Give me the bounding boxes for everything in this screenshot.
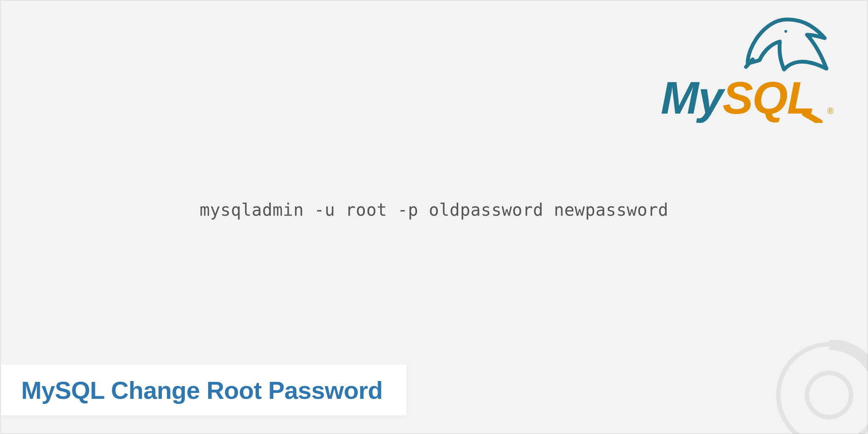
svg-point-3 — [807, 373, 851, 417]
registered-mark-icon: ® — [827, 106, 834, 115]
title-strip: MySQL Change Root Password — [1, 364, 406, 415]
svg-point-2 — [778, 344, 868, 434]
logo-text-sql: SQL — [723, 72, 814, 123]
watermark-icon — [774, 340, 868, 434]
page-title: MySQL Change Root Password — [21, 376, 383, 404]
mysql-logo: MySQL ® — [659, 13, 837, 123]
command-text: mysqladmin -u root -p oldpassword newpas… — [1, 200, 867, 220]
svg-point-0 — [785, 30, 787, 33]
dolphin-icon — [746, 19, 826, 70]
document-canvas: MySQL ® mysqladmin -u root -p oldpasswor… — [0, 0, 868, 434]
svg-text:MySQL: MySQL — [661, 72, 814, 123]
logo-text-my: My — [661, 72, 726, 123]
